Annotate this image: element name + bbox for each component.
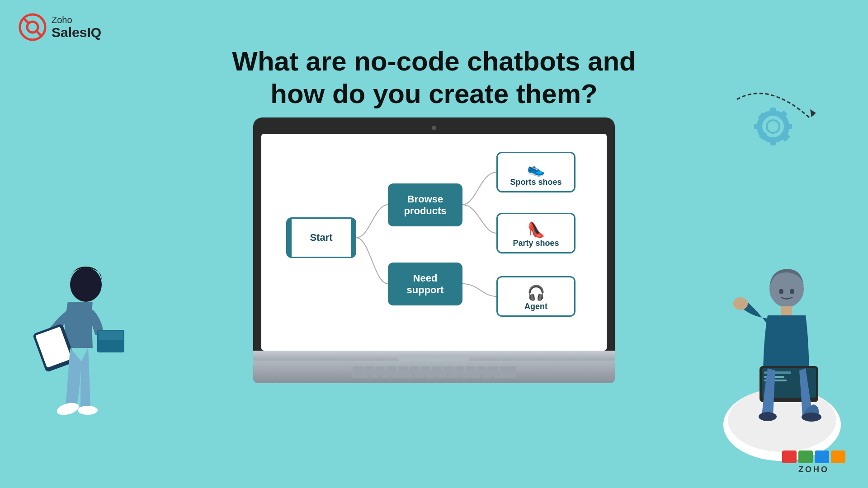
svg-point-21 — [78, 406, 98, 415]
party-shoe-icon: 👠 — [527, 222, 545, 237]
keyboard-row-1 — [353, 366, 516, 371]
zoho-squares — [782, 450, 845, 463]
key — [387, 366, 396, 371]
node-browse: Browseproducts — [388, 183, 462, 226]
zoho-footer-label: ZOHO — [798, 465, 829, 474]
svg-rect-25 — [781, 306, 792, 315]
zoho-sq-orange — [831, 450, 845, 463]
key — [466, 366, 476, 371]
node-sports: 👟 Sports shoes — [496, 152, 576, 192]
logo-salesiq-label: SalesIQ — [52, 25, 101, 40]
svg-point-26 — [733, 297, 748, 310]
key — [500, 366, 516, 371]
heading-line1: What are no-code chatbots and — [232, 45, 636, 78]
key — [398, 366, 408, 371]
key — [352, 373, 368, 378]
node-browse-label: Browseproducts — [404, 193, 446, 217]
key — [454, 366, 464, 371]
key — [471, 373, 481, 378]
key — [415, 373, 425, 378]
laptop: Start Browseproducts Needsupport 👟 Sport… — [253, 117, 615, 383]
zoho-logo: ZOHO — [782, 450, 845, 474]
node-support: Needsupport — [388, 263, 462, 305]
zoho-sq-green — [798, 450, 813, 463]
svg-point-15 — [70, 267, 102, 302]
key — [353, 366, 363, 371]
heading-line2: how do you create them? — [232, 78, 636, 110]
laptop-camera — [432, 126, 436, 130]
svg-rect-8 — [754, 124, 761, 129]
zoho-sq-red — [782, 450, 797, 463]
laptop-screen-inner: Start Browseproducts Needsupport 👟 Sport… — [261, 134, 607, 351]
laptop-keyboard — [253, 361, 615, 383]
key — [448, 373, 458, 378]
svg-rect-19 — [99, 331, 123, 340]
logo: Zoho SalesIQ — [18, 13, 101, 42]
logo-zoho-label: Zoho — [52, 15, 101, 25]
key — [477, 366, 487, 371]
key — [364, 366, 374, 371]
key — [432, 366, 442, 371]
svg-rect-6 — [770, 108, 776, 115]
sports-shoe-icon: 👟 — [527, 161, 545, 176]
node-sports-label: Sports shoes — [510, 178, 561, 187]
person-left-illustration — [14, 239, 140, 465]
svg-point-34 — [779, 289, 783, 294]
node-party: 👠 Party shoes — [496, 213, 576, 253]
key — [375, 366, 385, 371]
key — [409, 366, 419, 371]
laptop-base — [253, 351, 615, 361]
key — [494, 373, 516, 378]
key — [443, 366, 453, 371]
node-party-label: Party shoes — [513, 239, 559, 248]
laptop-screen-outer: Start Browseproducts Needsupport 👟 Sport… — [253, 117, 615, 351]
svg-point-5 — [767, 120, 779, 133]
person-right-illustration — [701, 244, 845, 461]
svg-point-32 — [759, 412, 777, 421]
key — [369, 373, 379, 378]
key — [426, 373, 436, 378]
key — [488, 366, 498, 371]
svg-point-35 — [790, 289, 794, 294]
svg-line-2 — [24, 19, 28, 23]
node-agent-label: Agent — [524, 302, 547, 311]
key — [460, 373, 470, 378]
keyboard-row-2 — [352, 373, 516, 378]
key — [482, 373, 492, 378]
zoho-sq-blue — [815, 450, 829, 463]
node-agent: 🎧 Agent — [496, 276, 576, 317]
svg-line-3 — [37, 32, 41, 35]
gear-decoration — [732, 90, 823, 164]
key — [437, 373, 447, 378]
agent-icon: 🎧 — [527, 286, 545, 300]
salesiq-logo-icon — [18, 13, 47, 42]
logo-text: Zoho SalesIQ — [52, 15, 101, 40]
key — [392, 373, 402, 378]
svg-point-33 — [802, 413, 821, 422]
key — [403, 373, 413, 378]
key — [381, 373, 391, 378]
node-support-label: Needsupport — [407, 272, 444, 296]
key — [420, 366, 430, 371]
svg-rect-9 — [785, 124, 792, 129]
svg-rect-7 — [770, 138, 776, 145]
node-start: Start — [286, 217, 356, 258]
node-start-label: Start — [310, 232, 332, 244]
main-heading: What are no-code chatbots and how do you… — [232, 45, 636, 110]
